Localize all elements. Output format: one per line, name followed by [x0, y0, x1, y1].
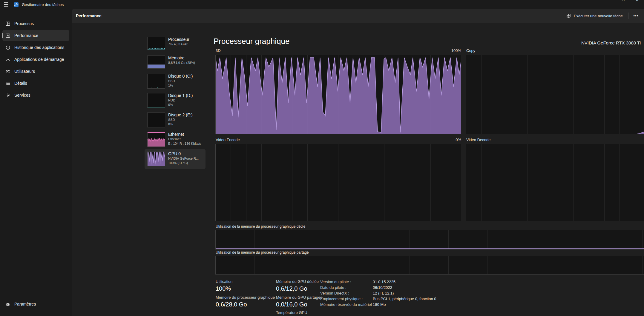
hamburger-menu-icon[interactable] — [4, 2, 8, 7]
perf-item-memory[interactable]: Mémoire 8,8/31,9 Go (28%) — [145, 53, 206, 71]
disk2-mini-chart — [147, 112, 165, 127]
chart-label-3d: 3D — [216, 48, 221, 53]
chart-label-video-decode: Video Decode — [466, 138, 490, 142]
stat-gpu-temperature: Température GPU 51 °C — [276, 310, 307, 316]
perf-item-disk2[interactable]: Disque 2 (E:) SSD 0% — [145, 110, 206, 130]
perf-item-ethernet[interactable]: Ethernet Ethernet E : 104 R : 136 Kbits/… — [145, 130, 206, 149]
perf-item-gpu0[interactable]: GPU 0 NVIDIA GeForce R... 100% (51 °C) — [145, 149, 206, 169]
services-icon — [5, 93, 10, 98]
maximize-button[interactable]: □ — [617, 0, 630, 3]
perf-item-disk0[interactable]: Disque 0 (C:) SSD 1% — [145, 72, 206, 91]
more-options-button[interactable]: ••• — [631, 12, 641, 20]
shared-memory-header: Utilisation de la mémoire du processeur … — [216, 250, 644, 255]
dedicated-memory-label: Utilisation de la mémoire du processeur … — [216, 224, 305, 229]
stat-utilisation: Utilisation 100% — [216, 279, 232, 292]
chart-dedicated-memory — [215, 230, 644, 249]
driver-details: Version du pilote :31.0.15.2225 Date du … — [320, 280, 436, 307]
processes-icon — [5, 21, 10, 26]
memory-mini-chart — [147, 56, 165, 69]
app-history-icon — [5, 45, 10, 50]
window-controls: □ ✕ — [617, 0, 644, 3]
app-icon — [14, 2, 19, 7]
perf-item-disk1[interactable]: Disque 1 (D:) HDD 0% — [145, 91, 206, 110]
new-task-icon — [566, 13, 571, 18]
ethernet-mini-chart — [147, 132, 165, 147]
chart-header-video-encode: Video Encode 0% — [216, 138, 461, 142]
sidebar-item-services[interactable]: Services — [2, 90, 69, 101]
toolbar-divider — [628, 13, 628, 19]
chart-label-video-encode: Video Encode — [216, 138, 240, 142]
sidebar-item-demarrage[interactable]: Applications de démarrage — [2, 54, 69, 65]
chart-header-video-decode: Video Decode 0% — [466, 138, 644, 142]
startup-icon — [5, 57, 10, 62]
shared-memory-label: Utilisation de la mémoire du processeur … — [216, 250, 309, 255]
cpu-mini-chart — [147, 37, 165, 50]
chart-video-decode — [466, 144, 644, 221]
chart-header-copy: Copy 0% — [466, 48, 644, 53]
perf-item-cpu[interactable]: Processeur 7% 4,53 GHz — [145, 35, 206, 52]
stat-gpu-memory: Mémoire du processeur graphique 0,6/28,0… — [216, 295, 275, 308]
dedicated-memory-header: Utilisation de la mémoire du processeur … — [216, 224, 644, 229]
chart-value-3d: 100% — [451, 48, 461, 53]
chart-video-encode — [215, 144, 461, 221]
close-button[interactable]: ✕ — [630, 0, 644, 3]
titlebar: Gestionnaire des tâches □ ✕ — [0, 0, 644, 9]
sidebar-item-historique[interactable]: Historique des applications — [2, 42, 69, 53]
sidebar-item-processus[interactable]: Processus — [2, 18, 69, 29]
main-panel: Performance Exécuter une nouvelle tâche … — [72, 9, 644, 316]
gpu0-mini-chart — [147, 151, 165, 166]
chart-3d — [215, 55, 461, 134]
run-new-task-button[interactable]: Exécuter une nouvelle tâche — [563, 12, 626, 20]
users-icon — [5, 69, 10, 74]
details-icon — [5, 81, 10, 86]
toolbar-title: Performance — [76, 13, 102, 18]
stat-dedicated-memory: Mémoire du GPU dédiée 0,6/12,0 Go — [276, 279, 319, 292]
run-new-task-label: Exécuter une nouvelle tâche — [574, 14, 623, 18]
gpu-device-name: NVIDIA GeForce RTX 3080 Ti — [581, 40, 641, 45]
chart-label-copy: Copy — [466, 48, 475, 53]
app-title: Gestionnaire des tâches — [22, 2, 64, 7]
gear-icon — [5, 302, 10, 307]
sidebar-item-parametres[interactable]: Paramètres — [2, 299, 69, 309]
disk0-mini-chart — [147, 74, 165, 89]
sidebar-item-details[interactable]: Détails — [2, 78, 69, 89]
sidebar: Processus Performance Historique des app… — [0, 9, 72, 316]
performance-content: Processeur 7% 4,53 GHz Mémoire 8,8/31,9 … — [144, 23, 644, 316]
task-manager-window: Gestionnaire des tâches □ ✕ Processus Pe… — [0, 0, 644, 316]
chart-header-3d: 3D 100% — [216, 48, 461, 53]
chart-value-video-encode: 0% — [456, 138, 461, 142]
disk1-mini-chart — [147, 93, 165, 108]
page-title: Processeur graphique — [214, 37, 289, 46]
stat-shared-memory: Mémoire du GPU partagée 0,0/16,0 Go — [276, 295, 322, 308]
toolbar: Performance Exécuter une nouvelle tâche … — [72, 9, 644, 23]
sidebar-item-utilisateurs[interactable]: Utilisateurs — [2, 66, 69, 77]
chart-shared-memory — [215, 256, 644, 275]
sidebar-item-performance[interactable]: Performance — [2, 30, 69, 41]
chart-copy — [466, 55, 644, 134]
performance-icon — [5, 33, 10, 38]
